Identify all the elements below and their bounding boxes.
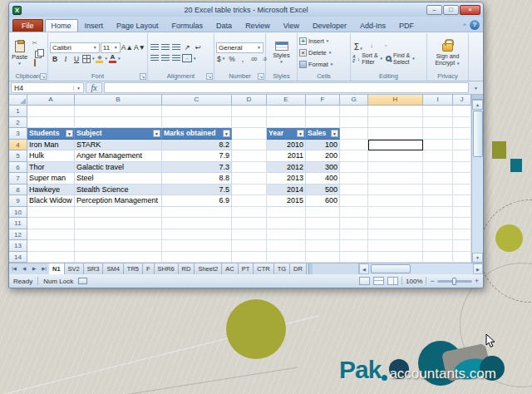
row-header-3[interactable]: 3 <box>9 128 27 140</box>
zoom-slider[interactable] <box>437 280 472 283</box>
cell-H7[interactable] <box>368 173 423 185</box>
cell-G9[interactable] <box>340 195 368 207</box>
minimize-button[interactable]: – <box>426 5 442 15</box>
cell-C4[interactable]: 8.2 <box>162 140 232 151</box>
cell-C14[interactable] <box>162 252 232 263</box>
column-header-B[interactable]: B <box>75 95 162 106</box>
cell-C9[interactable]: 6.9 <box>162 195 232 207</box>
autosum-button[interactable]: Σ▼ <box>354 38 363 53</box>
scroll-left-button[interactable]: ◀ <box>359 263 369 274</box>
cell-F10[interactable] <box>306 207 340 219</box>
alignment-dialog-launcher[interactable]: ↘ <box>206 73 213 80</box>
increase-decimal-button[interactable]: .00 <box>249 54 259 64</box>
expand-formula-bar-icon[interactable]: ▼ <box>470 82 481 93</box>
find-select-button[interactable]: Find &Select ▼ <box>386 52 416 66</box>
filter-dropdown-button[interactable]: ▼ <box>66 130 73 137</box>
align-center-button[interactable] <box>160 53 170 63</box>
scroll-up-button[interactable]: ▲ <box>472 100 483 110</box>
column-header-H[interactable]: H <box>368 95 423 106</box>
cell-D13[interactable] <box>232 240 267 252</box>
cell-G4[interactable] <box>340 140 368 151</box>
scroll-down-button[interactable]: ▼ <box>472 253 483 263</box>
row-header-11[interactable]: 11 <box>9 218 27 229</box>
cell-D3[interactable] <box>232 128 267 140</box>
cell-G6[interactable] <box>340 162 368 174</box>
cell-C11[interactable] <box>162 218 232 229</box>
cell-H1[interactable] <box>368 106 423 117</box>
cell-E14[interactable] <box>267 252 306 263</box>
cell-A13[interactable] <box>27 240 75 252</box>
name-box-dropdown-icon[interactable]: ▼ <box>73 86 81 91</box>
cell-H12[interactable] <box>368 229 423 241</box>
tab-split-handle[interactable] <box>308 263 313 274</box>
cell-J3[interactable] <box>453 128 471 140</box>
prev-sheet-button[interactable]: ◀ <box>19 263 29 274</box>
cell-I2[interactable] <box>423 117 453 129</box>
font-name-combo[interactable]: Calibri ▼ <box>50 42 100 53</box>
cell-E5[interactable]: 2011 <box>267 150 306 162</box>
fill-button[interactable]: ↓ <box>367 42 377 50</box>
cell-A5[interactable]: Hulk <box>27 150 75 162</box>
cell-J6[interactable] <box>453 162 471 174</box>
zoom-slider-thumb[interactable] <box>452 278 456 285</box>
cell-A8[interactable]: Hawkeye <box>27 185 75 196</box>
page-layout-view-button[interactable] <box>373 277 384 285</box>
horizontal-scrollbar[interactable]: ◀ ▶ <box>358 263 483 274</box>
cell-C6[interactable]: 7.3 <box>162 162 232 174</box>
cell-J12[interactable] <box>453 229 471 241</box>
cell-C1[interactable] <box>162 106 232 117</box>
copy-icon[interactable] <box>29 49 40 57</box>
normal-view-button[interactable] <box>359 277 370 285</box>
sheet-tab-tr5[interactable]: TR5 <box>124 263 143 274</box>
scroll-right-button[interactable]: ▶ <box>473 263 483 274</box>
sheet-tab-pt[interactable]: PT <box>239 263 254 274</box>
cell-C7[interactable]: 8.8 <box>162 173 232 185</box>
font-size-combo[interactable]: 11 ▼ <box>101 42 121 53</box>
cell-B5[interactable]: Anger Management <box>75 150 162 162</box>
cell-H6[interactable] <box>368 162 423 174</box>
comma-button[interactable]: , <box>238 54 248 64</box>
sheet-tab-f[interactable]: F <box>143 263 155 274</box>
cell-I7[interactable] <box>423 173 453 185</box>
cell-H3[interactable] <box>368 128 423 140</box>
cell-D4[interactable] <box>232 140 267 151</box>
cell-B2[interactable] <box>75 117 162 129</box>
row-header-8[interactable]: 8 <box>9 185 27 196</box>
cell-H8[interactable] <box>368 185 423 196</box>
column-header-F[interactable]: F <box>306 95 340 106</box>
last-sheet-button[interactable]: ▶| <box>39 263 49 274</box>
cell-J2[interactable] <box>453 117 471 129</box>
cell-F2[interactable] <box>306 117 340 129</box>
row-header-6[interactable]: 6 <box>9 162 27 174</box>
cell-E2[interactable] <box>267 117 306 129</box>
cell-D2[interactable] <box>232 117 267 129</box>
sort-filter-button[interactable]: AZ ↓ Sort &Filter ▼ <box>352 52 383 66</box>
cell-B11[interactable] <box>75 218 162 229</box>
cell-A1[interactable] <box>27 106 75 117</box>
cell-I13[interactable] <box>423 240 453 252</box>
cell-G5[interactable] <box>340 150 368 162</box>
sheet-tab-sm4[interactable]: SM4 <box>103 263 123 274</box>
cell-J9[interactable] <box>453 195 471 207</box>
cell-E1[interactable] <box>267 106 306 117</box>
cell-H11[interactable] <box>368 218 423 229</box>
tab-developer[interactable]: Developer <box>306 19 353 32</box>
horizontal-scroll-thumb[interactable] <box>371 264 411 273</box>
cell-C3[interactable]: Marks obtained▼ <box>162 128 232 140</box>
sheet-tab-ac[interactable]: AC <box>222 263 238 274</box>
cell-G2[interactable] <box>340 117 368 129</box>
column-header-D[interactable]: D <box>232 95 267 106</box>
cell-B13[interactable] <box>75 240 162 252</box>
shrink-font-button[interactable]: A▼ <box>134 42 145 52</box>
cell-E11[interactable] <box>267 218 306 229</box>
cell-B8[interactable]: Stealth Science <box>75 185 162 196</box>
vertical-scrollbar[interactable]: ▲ ▼ <box>471 95 483 263</box>
minimize-ribbon-icon[interactable]: ^ <box>463 22 466 29</box>
cell-J4[interactable] <box>453 140 471 151</box>
sheet-tab-ctr[interactable]: CTR <box>254 263 273 274</box>
cell-H5[interactable] <box>368 150 423 162</box>
cell-I10[interactable] <box>423 207 453 219</box>
column-header-G[interactable]: G <box>340 95 368 106</box>
cell-F8[interactable]: 500 <box>306 185 340 196</box>
cell-E7[interactable]: 2013 <box>267 173 306 185</box>
